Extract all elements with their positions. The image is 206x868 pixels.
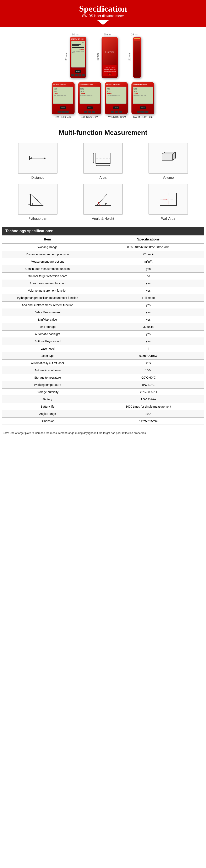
product-3-container: 112mm [128,37,141,78]
label-ds70: SW-DS70 70m [81,116,98,119]
device-side [133,37,141,78]
spec-item-5: Area measurement function [2,280,93,287]
svg-marker-23 [28,194,30,195]
table-row: Laser type 635nm,<1mW [2,352,204,360]
svg-marker-17 [162,154,172,160]
volume-icon [158,149,179,167]
spec-item-7: Pythagorean proposition measurement func… [2,294,93,302]
product-back-view: 50mm 112mm SNDWAY P < 1mW λ = 635nm Batt… [97,33,118,78]
btn-a-1[interactable] [71,74,74,76]
spec-value-20: 20%-80%RH [93,389,204,396]
spec-item-20: Storage humidity [2,389,93,396]
multifunction-title: Multi-function Measurement [8,129,198,136]
side-indicator [134,38,140,38]
read-btn-ds100[interactable]: READ [113,106,120,110]
product-front-view: 50mm 112mm SNDWAY SW-DS50 ←250 59998 Las… [65,33,86,78]
spec-item-18: Storage temperature [2,374,93,381]
svg-marker-4 [44,157,46,159]
svg-marker-20 [30,194,43,206]
btn-c-1[interactable] [78,74,81,76]
spec-value-6: yes [93,287,204,294]
btn-2-ds70[interactable] [88,111,92,113]
table-row: Min/Max value yes [2,316,204,323]
area-label: Area [100,176,106,180]
spec-value-4: no [93,273,204,280]
table-row: Buttons/Keys sound yes [2,338,204,345]
dim-112mm-2: 112mm [97,53,100,62]
read-btn-1[interactable]: READ [75,70,81,73]
btn-3-ds100[interactable] [119,111,122,113]
extra-btns-ds50 [53,111,73,113]
table-row: Battery life 8000 times for single measu… [2,403,204,410]
btn-1-ds50[interactable] [57,111,61,113]
btn-1-ds70[interactable] [84,111,87,113]
spec-value-7: Full mode [93,294,204,302]
spec-item-22: Battery life [2,403,93,410]
table-row: Automatically cut off laser 20s [2,360,204,367]
wall-icon [158,190,179,209]
wall-area-label: Wall Area [161,217,175,221]
spec-value-18: -20°C-60°C [93,374,204,381]
btn-row-ds120: READ [133,106,153,110]
spec-value-10: yes [93,316,204,323]
spec-item-19: Working temperature [2,381,93,389]
btn-2-ds120[interactable] [141,111,145,113]
spec-item-16: Automatically cut off laser [2,360,93,367]
top-products-section: 50mm 112mm SNDWAY SW-DS50 ←250 59998 Las… [0,27,206,80]
btn-3-ds70[interactable] [92,111,95,113]
svg-marker-12 [96,165,97,166]
device-ds120: SNDWAY SW-DS100 0.663 15663 28716 19998 … [131,82,154,114]
spec-value-1: ±2mm ★ [93,251,204,258]
btn-2-ds50[interactable] [61,111,65,113]
note-section: Note: Use a target plate to increase the… [0,429,206,439]
distance-label: Distance [31,176,44,180]
read-btn-ds50[interactable]: READ [60,106,66,110]
distance-icon [27,149,48,167]
back-info: P < 1mW λ = 635nm Battery 2 × 1.5v AAA C… [103,65,117,76]
btn-3-ds50[interactable] [66,111,69,113]
device-ds70: SNDWAY SW-DS70 0.663 15663 28716 19998 L… [78,82,101,114]
back-laser-info: P < 1mW λ = 635nm [104,66,115,68]
read-btn-ds120[interactable]: READ [140,106,146,110]
table-row: Pythagorean proposition measurement func… [2,294,204,302]
device-ds50: SNDWAY SW-DS50 0.663 15663 28716 19998 L… [52,82,75,114]
btn-d-1[interactable] [82,74,85,76]
spec-item-6: Volume measurement function [2,287,93,294]
dim-50mm-2: 50mm [104,33,110,36]
btn-row-1: READ [71,70,85,73]
product-side-view: 25mm 112mm [128,33,141,78]
table-row: Distance measurement precision ±2mm ★ [2,251,204,258]
table-row: Automatic shutdown 150s [2,367,204,374]
spec-value-17: 150s [93,367,204,374]
table-row: Add and subtract measurement function ye… [2,302,204,309]
spec-value-19: 0°C-40°C [93,381,204,389]
product-variant-2: SNDWAY SW-DS70 0.663 15663 28716 19998 L… [78,82,101,119]
svg-marker-13 [109,165,110,166]
table-row: Measurement unit options m/in/ft [2,258,204,265]
table-row: Automatic backlight yes [2,331,204,338]
table-row: Continuous measurement function yes [2,265,204,273]
btn-3-ds120[interactable] [145,111,149,113]
spec-value-8: yes [93,302,204,309]
spec-item-0: Working Range [2,244,93,251]
spec-item-2: Measurement unit options [2,258,93,265]
svg-marker-32 [166,198,167,200]
btn-1-ds120[interactable] [137,111,140,113]
screen-1: ←250 59998 Laser distance Meter 70M [71,41,85,67]
btn-1-ds100[interactable] [111,111,114,113]
spec-item-3: Continuous measurement function [2,265,93,273]
read-btn-ds70[interactable]: READ [86,106,93,110]
spec-item-15: Laser type [2,352,93,360]
btn-2-ds100[interactable] [114,111,118,113]
product-1-container: 112mm SNDWAY SW-DS50 ←250 59998 Laser di… [65,37,86,78]
table-row: Battery 1.5V 2*AAA [2,396,204,403]
device-back: SNDWAY P < 1mW λ = 635nm Battery 2 × 1.5… [102,37,118,78]
btn-b-1[interactable] [75,74,78,76]
spec-item-13: Buttons/Keys sound [2,338,93,345]
spec-item-10: Min/Max value [2,316,93,323]
spec-value-21: 1.5V 2*AAA [93,396,204,403]
spec-value-23: ±90° [93,410,204,417]
measurement-angle: Angle & Height [74,184,132,221]
note-text: Note: Use a target plate to increase the… [2,431,147,435]
screen-ds120: 0.663 15663 28716 19998 Laser distance M… [133,87,153,104]
